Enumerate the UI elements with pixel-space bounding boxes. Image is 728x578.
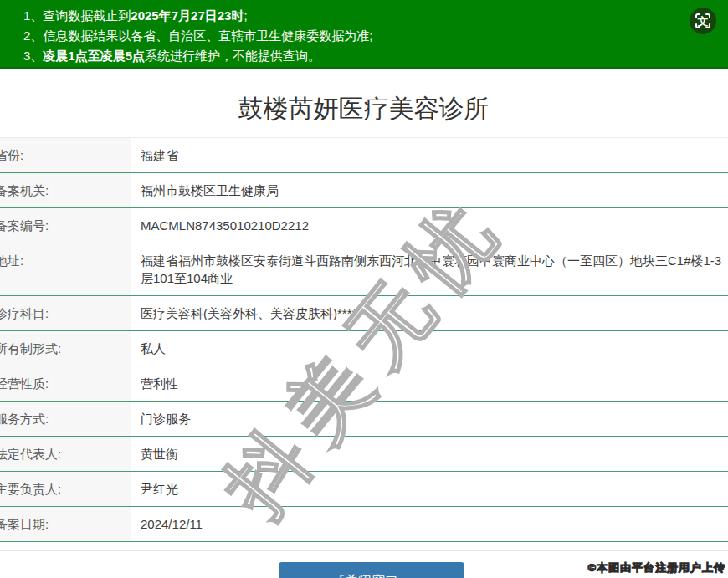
notice-segment: 3、 (23, 49, 43, 63)
table-row: 所有制形式:私人 (0, 331, 728, 366)
row-label: 法定代表人: (0, 437, 131, 471)
table-row: 备案编号:MACMLN87435010210D2212 (0, 208, 728, 243)
table-row: 备案机关:福州市鼓楼区卫生健康局 (0, 173, 728, 208)
footer-divider (0, 550, 728, 551)
table-row: 服务方式:门诊服务 (0, 402, 728, 437)
row-value: 福建省福州市鼓楼区安泰街道斗西路南侧东西河北侧中寰花园中寰商业中心（一至四区）地… (141, 243, 728, 295)
page-title: 鼓楼芮妍医疗美容诊所 (0, 92, 728, 125)
row-label: 备案编号: (0, 208, 131, 243)
row-value: 黄世衡 (141, 437, 728, 471)
notice-segment: 凌晨1点至凌晨5点 (43, 49, 145, 63)
row-label: 备案机关: (0, 173, 131, 207)
row-label: 主要负责人: (0, 472, 131, 506)
table-row: 地址:福建省福州市鼓楼区安泰街道斗西路南侧东西河北侧中寰花园中寰商业中心（一至四… (0, 243, 728, 296)
notice-line: 1、查询数据截止到2025年7月27日23时; (23, 6, 728, 26)
notice-segment: 2、信息数据结果以各省、自治区、直辖市卫生健康委数据为准; (23, 28, 373, 43)
row-value: 私人 (141, 331, 728, 366)
row-value: 医疗美容科(美容外科、美容皮肤科)****** (141, 296, 728, 330)
row-value: 福建省 (141, 138, 728, 172)
notice-segment: ; (244, 8, 247, 23)
table-row: 主要负责人:尹红光 (0, 472, 728, 507)
table-row: 省份:福建省 (0, 138, 728, 173)
table-row: 备案日期:2024/12/11 (0, 507, 728, 542)
query-result: 鼓楼芮妍医疗美容诊所 省份:福建省备案机关:福州市鼓楼区卫生健康局备案编号:MA… (0, 92, 728, 551)
row-label: 服务方式: (0, 402, 131, 436)
close-window-button[interactable]: 『关闭窗口』 (279, 562, 464, 578)
row-label: 省份: (0, 138, 131, 172)
notice-list: 1、查询数据截止到2025年7月27日23时;2、信息数据结果以各省、自治区、直… (23, 6, 728, 66)
info-table: 省份:福建省备案机关:福州市鼓楼区卫生健康局备案编号:MACMLN8743501… (0, 137, 728, 542)
notice-segment: 1、查询数据截止到 (23, 8, 131, 23)
row-label: 地址: (0, 243, 131, 295)
table-row: 法定代表人:黄世衡 (0, 437, 728, 472)
notice-segment: 2025年7月27日23时 (131, 8, 244, 23)
row-label: 所有制形式: (0, 331, 131, 366)
row-value: 门诊服务 (141, 402, 728, 436)
table-row: 经营性质:营利性 (0, 366, 728, 402)
row-value: MACMLN87435010210D2212 (141, 208, 728, 243)
svg-text:文: 文 (697, 15, 709, 28)
row-value: 尹红光 (141, 472, 728, 506)
row-value: 营利性 (141, 366, 728, 401)
row-label: 经营性质: (0, 366, 131, 401)
translate-icon[interactable]: 文 (688, 6, 718, 36)
notice-segment: 系统进行维护，不能提供查询。 (145, 49, 320, 63)
translate-icon-graphic: 文 (688, 6, 718, 36)
uploader-watermark: ©本图由平台注册用户上传 (587, 560, 725, 575)
notice-line: 3、凌晨1点至凌晨5点系统进行维护，不能提供查询。 (23, 46, 728, 66)
row-label: 备案日期: (0, 507, 131, 541)
row-label: 诊疗科目: (0, 296, 131, 330)
notice-line: 2、信息数据结果以各省、自治区、直辖市卫生健康委数据为准; (23, 26, 728, 46)
row-value: 福州市鼓楼区卫生健康局 (141, 173, 728, 207)
notice-banner: 1、查询数据截止到2025年7月27日23时;2、信息数据结果以各省、自治区、直… (0, 0, 728, 69)
table-row: 诊疗科目:医疗美容科(美容外科、美容皮肤科)****** (0, 296, 728, 331)
row-value: 2024/12/11 (141, 507, 728, 541)
